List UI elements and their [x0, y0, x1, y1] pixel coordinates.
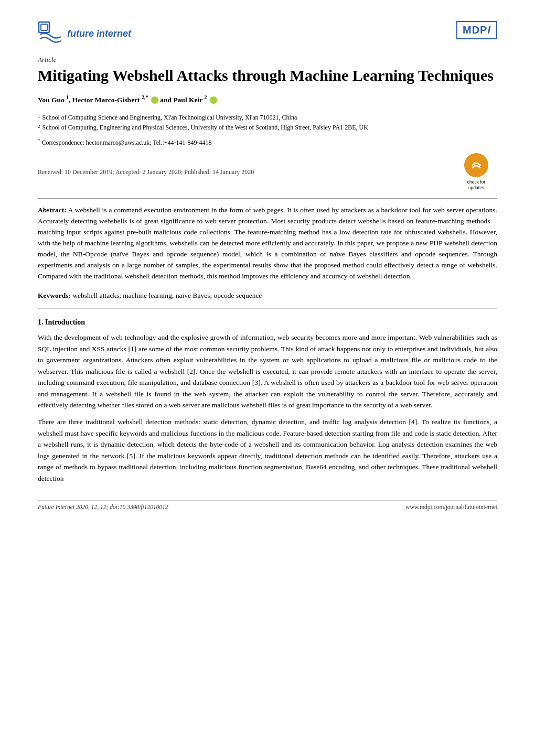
affiliations-block: 1 School of Computing Science and Engine…: [38, 113, 497, 133]
check-updates-icon: [468, 157, 484, 173]
authors-line: You Guo 1, Hector Marco-Gisbert 2,* and …: [38, 93, 497, 105]
ref-1: 1: [131, 345, 134, 353]
mdpi-logo: MDPI: [456, 21, 497, 39]
ref-2: 2: [189, 368, 193, 375]
keywords-label: Keywords:: [38, 291, 71, 299]
abstract-text: A webshell is a command execution enviro…: [38, 206, 497, 280]
correspondence-block: * Correspondence: hector.marco@uws.ac.uk…: [38, 138, 497, 147]
correspondence-text: Correspondence: hector.marco@uws.ac.uk; …: [42, 139, 212, 146]
ref-4: 4: [411, 418, 415, 426]
abstract-paragraph: Abstract: A webshell is a command execut…: [38, 205, 497, 282]
orcid-icon-keir: [210, 96, 217, 104]
ref-5: 5: [129, 452, 133, 460]
affiliation-2: School of Computing, Engineering and Phy…: [42, 123, 368, 133]
abstract-section: Abstract: A webshell is a command execut…: [38, 205, 497, 282]
orcid-icon-marco: [151, 96, 158, 104]
journal-logo: future internet: [38, 21, 131, 46]
section-divider: [38, 308, 497, 309]
section1-paragraph1: With the development of web technology a…: [38, 332, 497, 411]
check-updates-circle: [464, 153, 488, 177]
keywords-line: Keywords: webshell attacks; machine lear…: [38, 290, 497, 301]
section1-heading: 1. Introduction: [38, 318, 497, 327]
page-header: future internet MDPI: [38, 21, 497, 46]
journal-name-text: future internet: [67, 28, 131, 39]
publication-dates: Received: 10 December 2019; Accepted: 2 …: [38, 168, 254, 176]
journal-branding: future internet: [38, 21, 131, 46]
dates-and-badge-row: Received: 10 December 2019; Accepted: 2 …: [38, 153, 497, 191]
footer-url: www.mdpi.com/journal/futureinternet: [405, 504, 497, 510]
ref-3: 3: [254, 379, 258, 386]
page-footer: Future Internet 2020, 12, 12; doi:10.339…: [38, 500, 497, 510]
correspondence-marker: *: [38, 138, 40, 143]
section1-paragraph2: There are three traditional webshell det…: [38, 416, 497, 484]
abstract-divider: [38, 198, 497, 199]
svg-rect-1: [41, 24, 47, 30]
check-for-updates-badge: check forupdates: [455, 153, 497, 191]
abstract-label: Abstract:: [38, 206, 67, 214]
paper-title: Mitigating Webshell Attacks through Mach…: [38, 66, 497, 85]
journal-logo-icon: [38, 21, 63, 46]
article-type-label: Article: [38, 56, 497, 64]
check-updates-text: check forupdates: [467, 179, 486, 191]
affiliation-1: School of Computing Science and Engineer…: [42, 113, 297, 123]
keywords-text: webshell attacks; machine learning; naïv…: [72, 291, 262, 299]
footer-citation: Future Internet 2020, 12, 12; doi:10.339…: [38, 504, 168, 510]
